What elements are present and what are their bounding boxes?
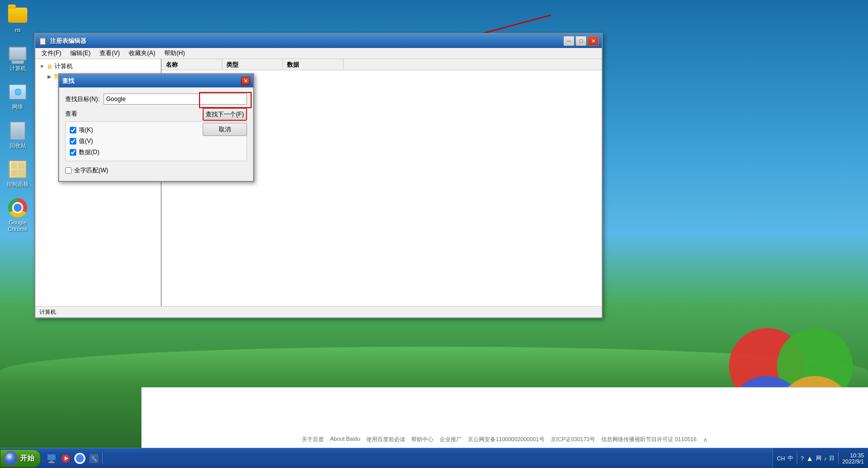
window-controls: ─ □ ✕: [563, 36, 599, 46]
system-tray: CH 中 ? ▲ 网 ♪ 目 10:35 2022/9/1: [773, 448, 868, 468]
desktop-icon-recycle[interactable]: 回收站: [2, 121, 34, 149]
registry-window-title: 注册表编辑器: [50, 37, 560, 45]
col-type: 类型: [222, 59, 283, 70]
close-button[interactable]: ✕: [588, 36, 599, 46]
desktop-icon-computer[interactable]: 计算机: [2, 43, 34, 72]
start-label: 开始: [20, 454, 34, 463]
menu-favorites[interactable]: 收藏夹(A): [125, 48, 159, 59]
tray-separator: [797, 452, 797, 464]
checkbox-row-wholematch: 全字匹配(W): [65, 166, 247, 175]
svg-text:🔧: 🔧: [91, 455, 98, 462]
find-next-button[interactable]: 查找下一个(F): [203, 108, 247, 121]
menu-edit[interactable]: 编辑(E): [66, 48, 94, 59]
baidu-link-about-en[interactable]: About Baidu: [330, 436, 360, 444]
checkbox-wholematch-label: 全字匹配(W): [74, 166, 108, 175]
quicklaunch-app[interactable]: 🔧: [88, 452, 100, 464]
registry-titlebar: 📋 注册表编辑器 ─ □ ✕: [35, 34, 602, 48]
checkbox-row-data: 数据(D): [70, 148, 243, 157]
desktop-icons: ns 计算机 🌐 网络 回收站: [0, 0, 35, 238]
baidu-link-icp1[interactable]: 京公网安备11000002000001号: [468, 436, 545, 444]
checkbox-data[interactable]: [70, 149, 76, 156]
menu-help[interactable]: 帮助(H): [160, 48, 189, 59]
quicklaunch-show-desktop[interactable]: [45, 452, 58, 464]
find-target-label: 查找目标(N):: [65, 95, 100, 104]
clock: 10:35 2022/9/1: [842, 452, 864, 464]
find-dialog-body: 查找目标(N): 查看 项(K) 值(V): [59, 87, 253, 181]
baidu-link-about[interactable]: 关于百度: [302, 436, 324, 444]
find-dialog-buttons: 查找下一个(F) 取消: [203, 108, 247, 136]
start-button[interactable]: 开始: [0, 449, 41, 467]
baidu-expand-icon[interactable]: ∧: [703, 436, 708, 444]
checkbox-data-label: 数据(D): [79, 148, 100, 157]
clock-time: 10:35: [842, 452, 864, 458]
desktop-icon-ns-label: ns: [15, 27, 21, 33]
find-target-row: 查找目标(N):: [65, 93, 247, 105]
quicklaunch-chrome[interactable]: [74, 452, 86, 464]
desktop-icon-chrome[interactable]: Google Chrome: [2, 198, 34, 232]
desktop-icon-ns[interactable]: ns: [2, 5, 34, 33]
taskbar: 开始 🔧: [0, 448, 868, 468]
quicklaunch-media[interactable]: [60, 452, 72, 464]
tree-root-computer[interactable]: ▼ 🖥 计算机: [37, 61, 159, 72]
checkbox-values[interactable]: [70, 138, 76, 145]
baidu-link-notice[interactable]: 使用百度前必读: [366, 436, 405, 444]
tray-sound-icon: ♪: [824, 455, 827, 461]
cancel-button[interactable]: 取消: [203, 123, 247, 136]
svg-rect-7: [50, 460, 53, 462]
checkbox-keys-label: 项(K): [79, 126, 93, 134]
desktop-icon-computer-label: 计算机: [10, 65, 26, 72]
tray-zh: 中: [788, 454, 793, 462]
svg-rect-6: [47, 454, 56, 460]
desktop-icon-network[interactable]: 🌐 网络: [2, 82, 34, 110]
col-data: 数据: [283, 59, 344, 70]
col-name: 名称: [162, 59, 222, 70]
minimize-button[interactable]: ─: [563, 36, 574, 46]
clock-date: 2022/9/1: [842, 458, 864, 464]
windows-orb: [4, 451, 18, 465]
tray-extra: 目: [829, 454, 835, 462]
baidu-bar: 关于百度 About Baidu 使用百度前必读 帮助中心 企业推广 京公网安备…: [141, 387, 868, 448]
baidu-link-enterprise[interactable]: 企业推广: [440, 436, 462, 444]
quick-launch: 🔧: [43, 452, 103, 464]
registry-statusbar: 计算机: [35, 306, 602, 317]
desktop-icon-network-label: 网络: [12, 104, 23, 110]
desktop-icon-recycle-label: 回收站: [10, 143, 26, 149]
baidu-links: 关于百度 About Baidu 使用百度前必读 帮助中心 企业推广 京公网安备…: [302, 436, 708, 444]
menu-view[interactable]: 查看(V): [95, 48, 124, 59]
statusbar-text: 计算机: [39, 308, 56, 316]
checkbox-wholematch[interactable]: [65, 167, 72, 174]
maximize-button[interactable]: □: [575, 36, 587, 46]
baidu-link-help[interactable]: 帮助中心: [411, 436, 433, 444]
checkbox-values-label: 值(V): [79, 137, 93, 146]
tray-net-icon: 网: [816, 454, 822, 462]
tray-up-arrow[interactable]: ▲: [806, 454, 813, 462]
menu-file[interactable]: 文件(F): [37, 48, 65, 59]
checkbox-row-values: 值(V): [70, 137, 243, 146]
registry-menubar: 文件(F) 编辑(E) 查看(V) 收藏夹(A) 帮助(H): [35, 48, 602, 59]
tree-root-label: 计算机: [55, 62, 73, 71]
tray-question: ?: [801, 455, 804, 461]
desktop-icon-controlpanel-label: 控制面板: [7, 181, 29, 188]
find-dialog-close-button[interactable]: ✕: [241, 77, 250, 85]
desktop-icon-chrome-label: Google Chrome: [2, 219, 34, 232]
find-dialog-titlebar: 查找 ✕: [59, 74, 253, 87]
right-pane-header: 名称 类型 数据: [162, 59, 602, 70]
tray-ch: CH: [777, 455, 785, 461]
find-target-input[interactable]: [104, 93, 247, 105]
find-dialog-title: 查找: [62, 77, 241, 85]
desktop-icon-controlpanel[interactable]: 控制面板: [2, 159, 34, 188]
desktop: ns 计算机 🌐 网络 回收站: [0, 0, 868, 468]
svg-rect-8: [49, 462, 55, 463]
find-dialog: 查找 ✕ 查找目标(N): 查看 项(K): [58, 73, 254, 182]
baidu-link-broadcast[interactable]: 信息网络传播视听节目许可证 0110516: [601, 436, 697, 444]
baidu-link-icp2[interactable]: 京ICP证030173号: [551, 436, 595, 444]
tray-separator-2: [838, 452, 839, 464]
checkbox-keys[interactable]: [70, 127, 76, 133]
